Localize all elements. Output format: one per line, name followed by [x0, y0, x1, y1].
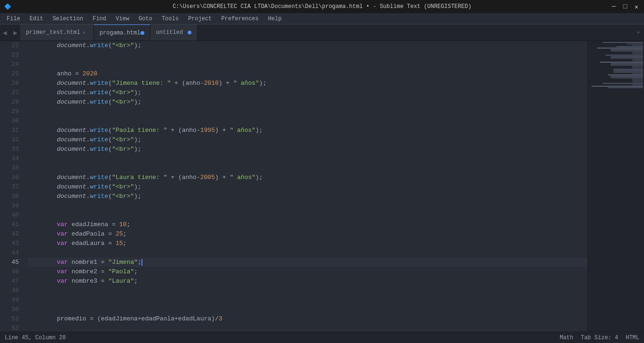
- menu-find[interactable]: Find: [88, 15, 111, 23]
- math-label: Math: [560, 335, 573, 341]
- line-num-47: 47: [0, 277, 19, 286]
- code-line-53: [27, 324, 587, 332]
- line-num-41: 41: [0, 220, 19, 229]
- line-num-26: 26: [0, 79, 19, 88]
- tab-primer-test[interactable]: primer_test.html ✕: [20, 24, 94, 41]
- line-num-42: 42: [0, 229, 19, 239]
- cursor-position: Line 45, Column 28: [5, 335, 66, 341]
- tab-nav-left[interactable]: ◀: [0, 24, 9, 41]
- line-num-33: 33: [0, 145, 19, 154]
- language-label[interactable]: HTML: [626, 335, 639, 341]
- line-num-40: 40: [0, 211, 19, 220]
- line-num-49: 49: [0, 295, 19, 305]
- code-line-30: [27, 116, 587, 126]
- minimap-content: [588, 41, 644, 332]
- menu-project[interactable]: Project: [183, 15, 216, 23]
- line-num-23: 23: [0, 50, 19, 60]
- menu-edit[interactable]: Edit: [25, 15, 48, 23]
- maximize-button[interactable]: □: [621, 3, 629, 10]
- tab-label: untitled: [156, 29, 183, 36]
- titlebar: 🔷 C:\Users\CONCRELTEC CIA LTDA\Documents…: [0, 0, 644, 13]
- menu-tools[interactable]: Tools: [157, 15, 183, 23]
- line-num-38: 38: [0, 192, 19, 201]
- window-controls: ─ □ ✕: [610, 3, 640, 10]
- line-num-45: 45: [0, 258, 19, 267]
- tab-modified-dot: [140, 31, 144, 35]
- new-tab-button[interactable]: +: [633, 24, 644, 41]
- code-line-27: document.write("<br>");: [27, 88, 587, 98]
- line-num-43: 43: [0, 239, 19, 248]
- code-line-34: [27, 154, 587, 163]
- line-numbers: 22 23 24 25 26 27 28 29 30 31 32 33 34 3…: [0, 41, 23, 332]
- line-num-50: 50: [0, 305, 19, 314]
- tab-label: progama.html: [99, 30, 140, 36]
- code-line-41: var edadJimena = 10;: [27, 220, 587, 229]
- menu-selection[interactable]: Selection: [48, 15, 88, 23]
- line-num-27: 27: [0, 88, 19, 98]
- status-position: Line 45, Column 28: [5, 335, 560, 341]
- line-num-46: 46: [0, 267, 19, 277]
- line-num-25: 25: [0, 69, 19, 79]
- code-line-49: [27, 295, 587, 305]
- line-num-30: 30: [0, 116, 19, 126]
- tab-nav-right[interactable]: ▶: [10, 24, 20, 41]
- menu-goto[interactable]: Goto: [134, 15, 157, 23]
- tab-modified-dot: [188, 31, 191, 34]
- tabbar: ◀ ▶ primer_test.html ✕ progama.html unti…: [0, 24, 644, 41]
- tab-untitled[interactable]: untitled: [150, 24, 198, 41]
- line-num-35: 35: [0, 163, 19, 173]
- code-line-42: var edadPaola = 25;: [27, 229, 587, 239]
- code-line-23: [27, 50, 587, 60]
- code-line-45: var nombre1 = "Jimena";: [27, 258, 587, 267]
- line-num-48: 48: [0, 286, 19, 295]
- code-line-22: document.write("<br>");: [27, 41, 587, 50]
- code-line-43: var edadLaura = 15;: [27, 239, 587, 248]
- editor-container: 22 23 24 25 26 27 28 29 30 31 32 33 34 3…: [0, 41, 644, 332]
- tab-label: primer_test.html: [26, 29, 80, 36]
- line-num-22: 22: [0, 41, 19, 50]
- code-line-31: document.write("Paola tiene: " + (anho-1…: [27, 126, 587, 135]
- line-num-53: 53: [0, 324, 19, 332]
- line-num-39: 39: [0, 201, 19, 211]
- tab-size-label[interactable]: Tab Size: 4: [581, 335, 618, 341]
- minimap: [587, 41, 644, 332]
- menu-help[interactable]: Help: [264, 15, 287, 23]
- app-icon: 🔷: [4, 3, 11, 10]
- code-line-39: [27, 201, 587, 211]
- line-num-28: 28: [0, 98, 19, 107]
- line-num-31: 31: [0, 126, 19, 135]
- code-line-47: var nombre3 = "Laura";: [27, 277, 587, 286]
- statusbar: Line 45, Column 28 Math Tab Size: 4 HTML: [0, 332, 644, 343]
- code-line-44: [27, 248, 587, 258]
- line-num-52: 52: [0, 314, 19, 324]
- menubar: File Edit Selection Find View Goto Tools…: [0, 13, 644, 24]
- line-num-34: 34: [0, 154, 19, 163]
- minimize-button[interactable]: ─: [610, 3, 618, 10]
- close-button[interactable]: ✕: [633, 3, 640, 10]
- code-line-50: [27, 305, 587, 314]
- code-line-37: document.write("<br>");: [27, 182, 587, 192]
- code-line-28: document.write("<br>");: [27, 98, 587, 107]
- menu-preferences[interactable]: Preferences: [216, 15, 263, 23]
- status-right: Math Tab Size: 4 HTML: [560, 335, 639, 341]
- code-line-35: [27, 163, 587, 173]
- code-line-52: promedio = (edadJimena+edadPaola+edadLau…: [27, 314, 587, 324]
- code-line-40: [27, 211, 587, 220]
- line-num-32: 32: [0, 135, 19, 145]
- code-line-33: document.write("<br>");: [27, 145, 587, 154]
- code-line-26: document.write("Jimena tiene: " + (anho-…: [27, 79, 587, 88]
- code-line-29: [27, 107, 587, 116]
- tab-progama[interactable]: progama.html: [94, 24, 150, 41]
- code-line-46: var nombre2 = "Paola";: [27, 267, 587, 277]
- menu-view[interactable]: View: [111, 15, 134, 23]
- menu-file[interactable]: File: [2, 15, 25, 23]
- code-line-38: document.write("<br>");: [27, 192, 587, 201]
- code-editor[interactable]: document.write("<br>"); anho = 2020 docu…: [23, 41, 587, 332]
- line-num-37: 37: [0, 182, 19, 192]
- line-num-36: 36: [0, 173, 19, 182]
- title-text: C:\Users\CONCRELTEC CIA LTDA\Documents\D…: [173, 3, 471, 10]
- tab-close-icon[interactable]: ✕: [80, 29, 88, 36]
- line-num-24: 24: [0, 60, 19, 69]
- line-num-29: 29: [0, 107, 19, 116]
- code-line-24: [27, 60, 587, 69]
